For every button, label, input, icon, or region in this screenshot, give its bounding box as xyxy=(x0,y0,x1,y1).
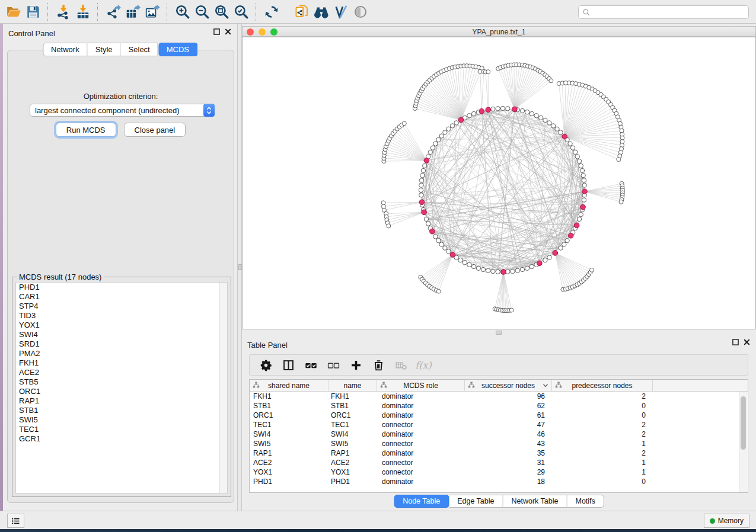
show-graphics-details-button[interactable] xyxy=(350,2,370,21)
mcds-result-item[interactable]: STB5 xyxy=(16,377,227,387)
column-header-label: shared name xyxy=(268,382,310,390)
cell-MCDS-role: connector xyxy=(377,421,465,429)
column-header-label: predecessor nodes xyxy=(572,382,632,390)
tab-motifs[interactable]: Motifs xyxy=(567,495,604,508)
cell-shared-name: STB1 xyxy=(250,402,328,410)
table-row[interactable]: PHD1PHD1dominator180 xyxy=(250,477,748,486)
binoculars-button[interactable] xyxy=(311,2,331,21)
mcds-result-item[interactable]: ACE2 xyxy=(16,368,227,377)
mcds-result-item[interactable]: STB1 xyxy=(16,406,227,415)
tab-select[interactable]: Select xyxy=(121,43,158,56)
horizontal-splitter-grip[interactable] xyxy=(496,331,502,335)
zoom-out-button[interactable] xyxy=(192,2,212,21)
tab-network[interactable]: Network xyxy=(43,43,88,56)
cell-name: RAP1 xyxy=(328,449,377,457)
select-all-rows-button[interactable] xyxy=(299,356,322,374)
table-row[interactable]: SWI5SWI5connector431 xyxy=(250,439,748,448)
cell-shared-name: YOX1 xyxy=(250,468,328,476)
toolbar-separator xyxy=(167,3,168,21)
cell-successor-nodes: 43 xyxy=(465,440,552,448)
mcds-result-list[interactable]: PHD1CAR1STP4TID3YOX1SWI4SRD1PMA2FKH1ACE2… xyxy=(15,282,228,493)
deselect-all-rows-button[interactable] xyxy=(322,356,344,374)
network-window-titlebar[interactable]: YPA_prune.txt_1 xyxy=(242,26,756,37)
mcds-result-item[interactable]: TID3 xyxy=(16,311,227,321)
add-column-icon xyxy=(350,359,362,371)
refresh-button[interactable] xyxy=(261,2,281,21)
table-row[interactable]: YOX1YOX1connector291 xyxy=(250,467,748,477)
table-row[interactable]: ORC1ORC1dominator610 xyxy=(250,411,748,420)
optimization-criterion-label: Optimization criterion: xyxy=(8,92,234,101)
export-network-button[interactable] xyxy=(103,2,123,21)
tab-edge-table[interactable]: Edge Table xyxy=(449,495,503,508)
export-image-button[interactable] xyxy=(142,2,162,21)
column-visibility-button[interactable] xyxy=(277,356,299,374)
column-header-name[interactable]: name xyxy=(328,380,377,391)
horizontal-splitter[interactable] xyxy=(242,329,756,335)
mcds-result-item[interactable]: CAR1 xyxy=(16,292,227,302)
close-table-panel-icon[interactable] xyxy=(744,339,750,345)
open-session-button[interactable] xyxy=(4,2,23,21)
float-table-panel-icon[interactable] xyxy=(732,339,739,345)
search-box[interactable] xyxy=(578,5,749,19)
toolbar-separator xyxy=(256,3,257,21)
mcds-result-item[interactable]: GCR1 xyxy=(16,434,227,444)
tab-network-table[interactable]: Network Table xyxy=(503,495,567,508)
mcds-result-item[interactable]: PHD1 xyxy=(16,283,227,292)
table-row[interactable]: RAP1RAP1dominator352 xyxy=(250,448,748,458)
run-mcds-button[interactable]: Run MCDS xyxy=(56,123,116,137)
memory-status-icon xyxy=(710,518,715,524)
add-column-button[interactable] xyxy=(344,356,367,374)
optimization-criterion-select[interactable]: largest connected component (undirected) xyxy=(30,104,215,117)
column-header-MCDS-role[interactable]: MCDS role xyxy=(377,380,465,391)
mcds-list-scrollbar[interactable] xyxy=(219,283,227,493)
network-clone-button[interactable] xyxy=(292,2,311,21)
float-panel-icon[interactable] xyxy=(213,28,220,35)
cell-MCDS-role: dominator xyxy=(377,430,465,438)
close-panel-button[interactable]: Close panel xyxy=(124,123,186,137)
mcds-result-item[interactable]: SWI4 xyxy=(16,330,227,339)
zoom-in-button[interactable] xyxy=(173,2,192,21)
memory-button[interactable]: Memory xyxy=(704,514,749,528)
import-table-button[interactable] xyxy=(73,2,92,21)
tab-mcds[interactable]: MCDS xyxy=(159,43,197,56)
hide-graphics-details-button[interactable] xyxy=(331,2,350,21)
table-scrollbar[interactable] xyxy=(739,392,747,492)
cell-successor-nodes: 46 xyxy=(465,430,552,438)
vertical-splitter[interactable] xyxy=(237,24,242,511)
table-row[interactable]: FKH1FKH1dominator962 xyxy=(250,392,748,401)
mcds-result-item[interactable]: ORC1 xyxy=(16,387,227,396)
task-history-button[interactable] xyxy=(7,514,24,528)
close-panel-icon[interactable] xyxy=(225,28,231,35)
import-network-button[interactable] xyxy=(53,2,73,21)
mcds-result-item[interactable]: PMA2 xyxy=(16,349,227,358)
table-row[interactable]: TEC1TEC1connector472 xyxy=(250,420,748,430)
table-row[interactable]: STB1STB1dominator620 xyxy=(250,401,748,411)
mcds-result-item[interactable]: STP4 xyxy=(16,302,227,311)
delete-column-button[interactable] xyxy=(367,356,390,374)
mcds-result-item[interactable]: YOX1 xyxy=(16,321,227,330)
table-settings-gear-button[interactable] xyxy=(254,356,277,374)
cell-name: SWI4 xyxy=(328,430,377,438)
zoom-fit-button[interactable] xyxy=(212,2,231,21)
search-input[interactable] xyxy=(593,8,748,17)
network-canvas[interactable] xyxy=(242,37,756,329)
table-row[interactable]: ACE2ACE2connector311 xyxy=(250,458,748,467)
mcds-result-item[interactable]: RAP1 xyxy=(16,396,227,406)
cell-successor-nodes: 61 xyxy=(465,411,552,419)
column-visibility-icon xyxy=(282,359,295,371)
column-header-shared-name[interactable]: shared name xyxy=(250,380,328,391)
column-header-successor-nodes[interactable]: successor nodes xyxy=(465,380,552,391)
export-table-button[interactable] xyxy=(123,2,142,21)
zoom-selected-button[interactable] xyxy=(231,2,251,21)
column-header-predecessor-nodes[interactable]: predecessor nodes xyxy=(552,380,653,391)
mcds-result-item[interactable]: FKH1 xyxy=(16,358,227,368)
tab-node-table[interactable]: Node Table xyxy=(394,495,449,508)
cell-shared-name: TEC1 xyxy=(250,421,328,429)
table-row[interactable]: SWI4SWI4dominator462 xyxy=(250,430,748,439)
mcds-result-item[interactable]: SRD1 xyxy=(16,339,227,349)
tab-style[interactable]: Style xyxy=(88,43,121,56)
save-session-button[interactable] xyxy=(23,2,43,21)
table-scrollbar-thumb[interactable] xyxy=(741,396,746,450)
mcds-result-item[interactable]: SWI5 xyxy=(16,415,227,425)
mcds-result-item[interactable]: TEC1 xyxy=(16,425,227,434)
